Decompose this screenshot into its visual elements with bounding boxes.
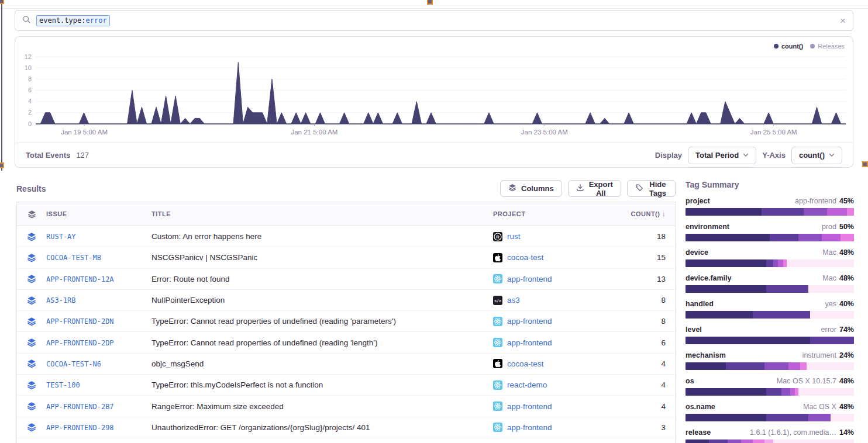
search-query-token[interactable]: event.type:error (36, 15, 110, 26)
tag-bar-segment[interactable] (788, 362, 800, 370)
tag-bar-segment[interactable] (781, 388, 790, 396)
table-row[interactable]: APP-FRONTEND-12A Error: Route not found … (17, 269, 675, 290)
table-row[interactable]: COCOA-TEST-N6 objc_msgSend cocoa-test 4 (17, 354, 675, 375)
project-link[interactable]: app-frontend (507, 338, 552, 347)
tag-bar-segment[interactable] (841, 234, 854, 241)
tag-bar-segment[interactable] (773, 259, 779, 267)
tag-bar-segment[interactable] (686, 388, 766, 396)
tag-bar-segment[interactable] (847, 208, 854, 216)
tag-bar-segment[interactable] (827, 208, 848, 216)
hide-tags-button[interactable]: Hide Tags (627, 180, 676, 197)
tag-bar-segment[interactable] (726, 362, 764, 370)
columns-button[interactable]: Columns (500, 180, 562, 197)
tag-bar-segment[interactable] (686, 208, 762, 216)
tag-bar-segment[interactable] (766, 285, 808, 293)
issue-link[interactable]: COCOA-TEST-N6 (46, 360, 101, 368)
total-events-value: 127 (76, 151, 89, 160)
tag-bar-segment[interactable] (790, 388, 795, 396)
tag-distribution-bar[interactable] (686, 439, 854, 443)
issue-link[interactable]: RUST-AY (46, 233, 76, 241)
tag-distribution-bar[interactable] (686, 362, 854, 370)
search-clear-icon[interactable]: × (840, 16, 846, 26)
project-link[interactable]: app-frontend (507, 423, 552, 432)
tag-bar-segment[interactable] (800, 362, 807, 370)
project-link[interactable]: react-demo (507, 380, 547, 389)
column-header-title[interactable]: TITLE (151, 210, 493, 217)
tag-bar-segment[interactable] (728, 439, 741, 443)
tag-bar-segment[interactable] (753, 311, 810, 319)
tag-bar-segment[interactable] (810, 337, 854, 344)
tag-bar-segment[interactable] (778, 259, 783, 267)
project-link[interactable]: cocoa-test (507, 359, 543, 368)
chart-footer: Total Events 127 Display Total Period Y-… (15, 143, 853, 167)
display-dropdown[interactable]: Total Period (688, 147, 756, 164)
issue-link[interactable]: COCOA-TEST-MB (46, 254, 101, 262)
yaxis-dropdown[interactable]: count() (791, 147, 842, 164)
column-header-project[interactable]: PROJECT (493, 210, 616, 217)
tag-bar-segment[interactable] (822, 234, 841, 241)
table-row[interactable]: APP-FRONTEND-2DN TypeError: Cannot read … (17, 311, 675, 332)
tag-bar-segment[interactable] (686, 259, 766, 267)
table-row[interactable]: COCOA-TEST-MB NSCGSPanicv | NSCGSPanic c… (17, 247, 675, 268)
column-header-issue[interactable]: ISSUE (46, 210, 151, 217)
tag-bar-segment[interactable] (686, 311, 753, 319)
column-header-count[interactable]: COUNT() ↓ (616, 210, 675, 217)
tag-distribution-bar[interactable] (686, 285, 854, 293)
tag-bar-segment[interactable] (766, 259, 773, 267)
svg-text:6: 6 (28, 86, 32, 94)
tag-bar-segment[interactable] (808, 414, 830, 421)
tag-distribution-bar[interactable] (686, 208, 854, 216)
tag-bar-segment[interactable] (686, 439, 709, 443)
tag-bar-segment[interactable] (766, 414, 808, 421)
issue-link[interactable]: APP-FRONTEND-2DP (46, 339, 114, 347)
tag-bar-segment[interactable] (686, 234, 770, 241)
tag-bar-segment[interactable] (770, 234, 798, 241)
issue-link[interactable]: TEST-100 (46, 381, 80, 389)
project-link[interactable]: app-frontend (507, 317, 552, 326)
export-all-button[interactable]: Export All (568, 180, 621, 197)
table-row[interactable]: APP-FRONTEND-2B7 RangeError: Maximum siz… (17, 396, 675, 417)
table-row[interactable]: APP-FRONTEND-298 UnauthorizedError: GET … (17, 417, 675, 438)
count-value: 4 (616, 402, 675, 411)
issue-link[interactable]: APP-FRONTEND-12A (46, 275, 114, 283)
tag-bar-segment[interactable] (753, 439, 764, 443)
issue-link[interactable]: AS3-1RB (46, 296, 76, 304)
project-link[interactable]: app-frontend (507, 402, 552, 411)
tag-distribution-bar[interactable] (686, 234, 854, 241)
legend-dot-count-icon (774, 44, 779, 49)
table-row[interactable]: RUST-AY Custom: An error happens here Rr… (17, 226, 675, 247)
issue-link[interactable]: APP-FRONTEND-298 (46, 424, 114, 432)
tag-distribution-bar[interactable] (686, 388, 854, 396)
tag-bar-segment[interactable] (764, 439, 773, 443)
tag-bar-segment[interactable] (764, 362, 788, 370)
tag-bar-segment[interactable] (766, 388, 781, 396)
svg-text:10: 10 (25, 64, 32, 71)
table-row[interactable]: AS3-1RB NullPointerException </>as3 8 (17, 290, 675, 311)
tag-bar-segment[interactable] (686, 337, 810, 344)
tag-bar-segment[interactable] (686, 285, 766, 293)
legend-item-releases[interactable]: Releases (810, 43, 845, 50)
issue-link[interactable]: APP-FRONTEND-2DN (46, 317, 114, 326)
project-link[interactable]: cocoa-test (507, 253, 543, 262)
tag-bar-segment[interactable] (741, 439, 753, 443)
tag-bar-segment[interactable] (686, 414, 766, 421)
tag-distribution-bar[interactable] (686, 414, 854, 421)
table-row[interactable]: APP-FRONTEND-2DP TypeError: Cannot read … (17, 332, 675, 353)
project-link[interactable]: rust (507, 232, 521, 241)
project-link[interactable]: app-frontend (507, 275, 552, 283)
tag-bar-segment[interactable] (686, 362, 726, 370)
table-row[interactable]: TEST-100 TypeError: this.myCodeIsPerfect… (17, 375, 675, 396)
issue-link[interactable]: APP-FRONTEND-2B7 (46, 403, 114, 411)
legend-item-count[interactable]: count() (774, 43, 803, 50)
tag-distribution-bar[interactable] (686, 311, 854, 319)
search-bar[interactable]: event.type:error × (15, 10, 853, 31)
project-cell: app-frontend (493, 317, 616, 326)
tag-bar-segment[interactable] (762, 208, 804, 216)
events-area-chart[interactable]: 024681012Jan 19 5:00 AMJan 21 5:00 AMJan… (15, 37, 853, 143)
tag-bar-segment[interactable] (798, 234, 822, 241)
tag-bar-segment[interactable] (804, 208, 827, 216)
tag-distribution-bar[interactable] (686, 259, 854, 267)
tag-distribution-bar[interactable] (686, 337, 854, 344)
tag-bar-segment[interactable] (709, 439, 728, 443)
project-link[interactable]: as3 (507, 296, 520, 304)
